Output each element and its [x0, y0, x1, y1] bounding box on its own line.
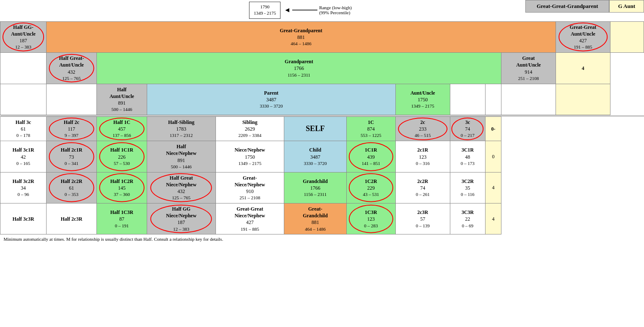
cell-half-2c2r: Half 2c2R 61 0 – 353 [47, 172, 97, 203]
half-2c-range: 9 – 397 [48, 132, 95, 139]
half-gg-niece-nephew-range: 12 – 383 [149, 226, 214, 232]
half-2c-title: Half 2c [48, 119, 95, 126]
cell-half-2c: Half 2c 117 9 – 397 [47, 117, 97, 141]
1c2r-value: 229 [348, 185, 394, 191]
1c1r-title: 1C1R [348, 147, 394, 153]
cell-parent: Parent 3487 3330 – 3720 [147, 84, 396, 115]
cell-half-1c3r: Half 1C3R 87 0 – 191 [97, 203, 147, 234]
legend-area: 1790 1349 - 2175 ◄ Range (low-high) (99%… [247, 0, 353, 21]
great-great-aunt-title: Great-Great Aunt/Uncle [558, 24, 608, 37]
cell-empty-r2-c1 [0, 53, 47, 84]
half-gg-niece-nephew-value: 187 [149, 219, 214, 226]
3c2r-value: 35 [452, 185, 483, 191]
great-grandparent-value: 881 [48, 34, 554, 41]
half-3c1r-range: 0 – 165 [2, 160, 44, 167]
3c3r-range: 0 – 69 [452, 223, 483, 229]
half-1c3r-range: 0 – 191 [99, 223, 145, 229]
child-value: 3487 [286, 154, 344, 160]
half-3c-range: 0 – 178 [2, 132, 44, 139]
2c3r-range: 0 – 139 [397, 223, 448, 229]
3c3r-value: 22 [452, 216, 483, 222]
great-great-aunt-value: 427 [558, 37, 608, 44]
3c2r-title: 3C2R [452, 178, 483, 185]
cell-half-1c2r: Half 1C2R 145 37 – 360 [97, 172, 147, 203]
cell-2c3r: 2c3R 57 0 – 139 [395, 203, 450, 234]
half-1c3r-title: Half 1C3R [99, 209, 145, 216]
cell-far-right-r6: 4 [485, 172, 501, 203]
half-great-niece-nephew-range: 125 – 765 [149, 195, 214, 201]
half-1c2r-range: 37 – 360 [99, 191, 145, 198]
2c3r-value: 57 [397, 216, 448, 222]
cell-aunt-uncle: Aunt/Uncle 1750 1349 – 2175 [395, 84, 450, 115]
3c-range: 0 – 217 [452, 132, 483, 139]
cell-grandparent: Grandparent 1766 1156 – 2311 [97, 53, 501, 84]
niece-nephew-title: Niece/Nephew [218, 147, 283, 153]
half-1c1r-range: 57 – 530 [99, 160, 145, 167]
cell-half-sibling: Half-Sibling 1783 1317 – 2312 [147, 117, 216, 141]
cell-self: SELF [284, 117, 346, 141]
great-great-niece-nephew-value: 427 [218, 219, 283, 226]
2c2r-range: 0 – 261 [397, 191, 448, 198]
child-range: 3330 – 3720 [286, 160, 344, 167]
half-1c2r-title: Half 1C2R [99, 178, 145, 185]
great-grandchild-value: 881 [286, 219, 344, 226]
cell-half-3c: Half 3c 61 0 – 178 [0, 117, 47, 141]
half-2c2r-title: Half 2c2R [48, 178, 95, 185]
half-2c-value: 117 [48, 126, 95, 132]
great-niece-nephew-value: 910 [218, 188, 283, 195]
half-3c3r-title: Half 3c3R [2, 216, 44, 222]
cell-half-3c3r: Half 3c3R [0, 203, 47, 234]
great-grandchild-title: Great- Grandchild [286, 206, 344, 219]
1c1r-value: 439 [348, 154, 394, 160]
legend-value: 1790 [254, 4, 276, 10]
half-1c-title: Half 1C [99, 119, 145, 126]
cell-half-gg-aunt: Half GG- Aunt/Uncle 187 12 – 383 [0, 21, 47, 52]
half-gg-aunt-title: Half GG- Aunt/Uncle [2, 24, 44, 37]
cell-great-niece-nephew: Great- Niece/Nephew 910 251 – 2108 [216, 172, 284, 203]
cell-empty-r3-last3 [501, 84, 556, 115]
row-great-grandparent: Half GG- Aunt/Uncle 187 12 – 383 Great-G… [0, 21, 644, 52]
1c-value: 874 [348, 126, 394, 132]
half-sibling-range: 1317 – 2312 [149, 132, 214, 139]
half-3c1r-title: Half 3c1R [2, 147, 44, 153]
cell-far-right-r3 [556, 84, 610, 115]
bottom-note: Minimum automatically at times. M for re… [0, 234, 644, 244]
cell-3c3r: 3C3R 22 0 – 69 [450, 203, 485, 234]
grandchild-range: 1156 – 2311 [286, 191, 344, 198]
great-niece-nephew-range: 251 – 2108 [218, 195, 283, 201]
aunt-uncle-value: 1750 [397, 96, 448, 103]
percentile-label: (99% Percentile) [319, 10, 352, 15]
row-parent: Half Aunt/Uncle 891 500 – 1446 Parent 34… [0, 84, 644, 115]
3c-value: 74 [452, 126, 483, 132]
child-title: Child [286, 147, 344, 153]
cell-far-right-r7: 4 [485, 203, 501, 234]
half-aunt-title: Half Aunt/Uncle [99, 86, 145, 100]
half-niece-nephew-title: Half Niece/Nephew [149, 143, 214, 157]
cell-half-1c: Half 1C 457 137 – 856 [97, 117, 147, 141]
grandparent-range: 1156 – 2311 [99, 72, 499, 78]
half-1c2r-value: 145 [99, 185, 145, 191]
half-1c-value: 457 [99, 126, 145, 132]
half-3c2r-title: Half 3c2R [2, 178, 44, 185]
cell-half-gg-niece-nephew: Half GG Niece/Nephew 187 12 – 383 [147, 203, 216, 234]
legend-text: Range (low-high) (99% Percentile) [319, 5, 352, 15]
header-right: Great-Great-Grandparent G Aunt [525, 0, 644, 13]
half-3c2r-range: 0 – 96 [2, 191, 44, 198]
cell-half-3c1r: Half 3c1R 42 0 – 165 [0, 141, 47, 172]
1c-range: 553 – 1225 [348, 132, 394, 139]
cell-empty-r3-last [450, 84, 485, 115]
3c2r-range: 0 – 116 [452, 191, 483, 198]
half-great-aunt-range: 125 – 765 [48, 75, 95, 82]
3c3r-title: 3C3R [452, 209, 483, 216]
half-sibling-value: 1783 [149, 126, 214, 132]
half-aunt-range: 500 – 1446 [99, 106, 145, 113]
half-sibling-title: Half-Sibling [149, 119, 214, 126]
cell-half-3c2r: Half 3c2R 34 0 – 96 [0, 172, 47, 203]
half-3c-value: 61 [2, 126, 44, 132]
2c2r-value: 74 [397, 185, 448, 191]
great-aunt-value: 914 [503, 69, 554, 75]
1c2r-title: 1C2R [348, 178, 394, 185]
cell-3c: 3c 74 0 – 217 [450, 117, 485, 141]
cell-grandchild: Grandchild 1766 1156 – 2311 [284, 172, 346, 203]
1c3r-range: 0 – 283 [348, 223, 394, 229]
